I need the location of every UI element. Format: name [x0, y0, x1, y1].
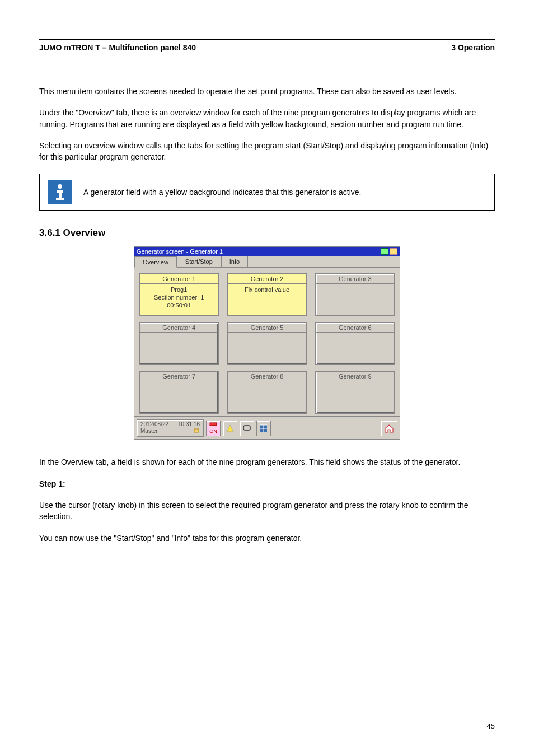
generator-card-body: [228, 381, 306, 413]
intro-para: This menu item contains the screens need…: [39, 86, 495, 97]
message-button[interactable]: [240, 421, 254, 436]
header-left: 3 Operation: [451, 43, 495, 52]
generator-card-title: Generator 2: [228, 274, 306, 284]
overview-para-2: Selecting an overview window calls up th…: [39, 140, 495, 163]
section-heading: 3.6.1 Overview: [39, 227, 495, 239]
page-number: 45: [487, 722, 495, 730]
status-date: 2012/08/22: [140, 421, 168, 428]
info-icon: [48, 180, 72, 204]
generator-card-title: Generator 7: [140, 372, 218, 381]
generator-card-title: Generator 9: [316, 372, 394, 381]
overview-para-1: Under the "Overview" tab, there is an ov…: [39, 107, 495, 130]
generator-card-title: Generator 4: [140, 323, 218, 333]
tab-info[interactable]: Info: [221, 256, 248, 267]
after-para-3: You can now use the "Start/Stop" and "In…: [39, 533, 495, 544]
home-button[interactable]: [381, 421, 397, 436]
generator-card-title: Generator 8: [228, 372, 306, 381]
generator-card-title: Generator 5: [228, 323, 306, 333]
generator-card-body: [228, 333, 306, 364]
recording-on-indicator: ON: [206, 421, 221, 436]
tab-overview[interactable]: Overview: [134, 256, 177, 268]
alarm-button[interactable]: [223, 421, 237, 436]
header-right: JUMO mTRON T – Multifunction panel 840: [39, 43, 196, 52]
generator-card-2[interactable]: Generator 2Fix control value: [227, 273, 307, 316]
info-callout: A generator field with a yellow backgrou…: [39, 174, 495, 211]
status-led-icon: [381, 248, 388, 255]
generator-card-body: [316, 381, 394, 413]
generator-card-1[interactable]: Generator 1Prog1Section number: 100:50:0…: [139, 273, 219, 316]
after-para-1: In the Overview tab, a field is shown fo…: [39, 456, 495, 468]
generator-card-body: Fix control value: [228, 284, 306, 315]
keyboard-icon: [390, 248, 397, 255]
generator-card-5[interactable]: Generator 5: [227, 322, 307, 365]
generator-card-body: [316, 333, 394, 364]
generator-card-title: Generator 6: [316, 323, 394, 333]
page-footer: 45: [39, 718, 495, 730]
generator-card-3[interactable]: Generator 3: [315, 273, 395, 316]
tabs-row: Overview Start/Stop Info: [134, 256, 400, 267]
svg-rect-5: [210, 423, 217, 426]
login-icon: [178, 428, 200, 435]
generator-card-9[interactable]: Generator 9: [315, 371, 395, 414]
generator-card-7[interactable]: Generator 7: [139, 371, 219, 414]
svg-rect-4: [194, 429, 199, 432]
generator-card-8[interactable]: Generator 8: [227, 371, 307, 414]
titlebar-icons: [381, 248, 397, 255]
window-titlebar: Generator screen - Generator 1: [134, 247, 400, 256]
generator-screenshot: Generator screen - Generator 1 Overview …: [134, 246, 400, 440]
generator-card-body: [140, 381, 218, 413]
generator-card-title: Generator 3: [316, 274, 394, 284]
flag-button[interactable]: [256, 421, 271, 436]
generator-card-4[interactable]: Generator 4: [139, 322, 219, 365]
status-time: 10:31:16: [178, 421, 200, 428]
generator-card-body: [316, 284, 394, 315]
generator-card-body: Prog1Section number: 100:50:01: [140, 284, 218, 315]
generator-grid: Generator 1Prog1Section number: 100:50:0…: [134, 267, 400, 416]
generator-card-body: [140, 333, 218, 364]
svg-rect-2: [59, 190, 62, 198]
after-para-2: Use the cursor (rotary knob) in this scr…: [39, 500, 495, 522]
svg-point-0: [58, 184, 62, 189]
tab-start-stop[interactable]: Start/Stop: [177, 256, 221, 267]
svg-rect-6: [243, 426, 250, 430]
generator-card-6[interactable]: Generator 6: [315, 322, 395, 365]
window-title: Generator screen - Generator 1: [137, 248, 223, 255]
generator-card-title: Generator 1: [140, 274, 218, 284]
status-bar: 2012/08/22 Master 10:31:16 ON: [134, 416, 400, 439]
info-text: A generator field with a yellow backgrou…: [83, 188, 362, 197]
step-label: Step 1:: [39, 479, 65, 488]
status-user: Master: [140, 428, 168, 435]
status-datetime: 2012/08/22 Master 10:31:16: [137, 419, 204, 437]
svg-rect-3: [56, 198, 64, 200]
